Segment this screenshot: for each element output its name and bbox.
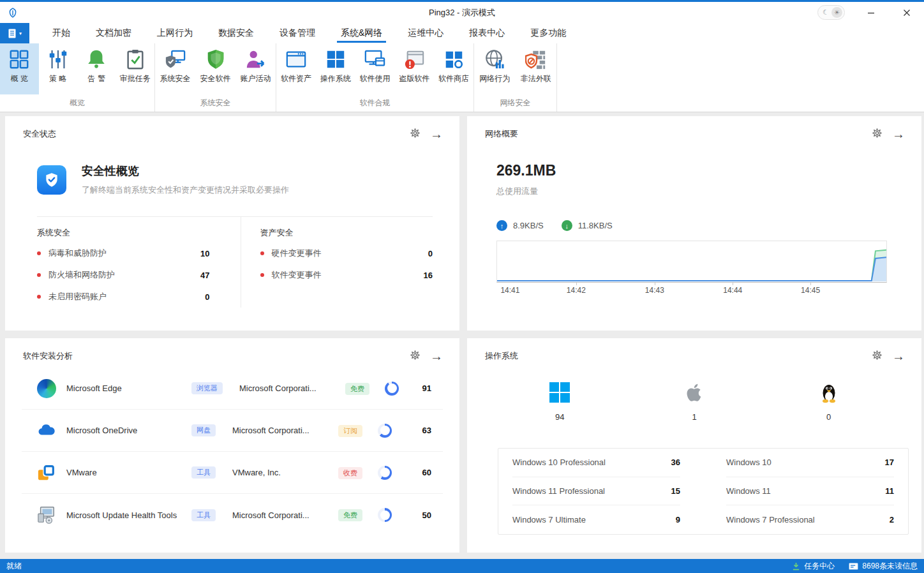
windows-logo-icon <box>325 48 346 70</box>
os-summary-linux: 0 <box>761 382 896 422</box>
stat-virus-threat: 病毒和威胁防护10 <box>37 242 210 264</box>
file-menu-button[interactable]: ▾ <box>0 23 29 43</box>
software-row-onedrive[interactable]: Microsoft OneDrive 网盘 Microsoft Corporat… <box>22 410 443 452</box>
upload-arrow-icon: ↑ <box>496 220 507 231</box>
menu-tab-row: ▾ 开始 文档加密 上网行为 数据安全 设备管理 系统&网络 运维中心 报表中心… <box>0 23 924 43</box>
stat-software-change: 软件变更事件16 <box>260 264 433 286</box>
x-tick-label: 14:45 <box>801 286 820 295</box>
theme-toggle[interactable]: ☾ ☀ <box>817 5 845 20</box>
account-activity-icon <box>245 48 267 70</box>
os-version-table: Windows 10 Professional36 Windows 1017 W… <box>498 448 909 535</box>
linux-os-icon <box>818 382 840 403</box>
stat-hardware-change: 硬件变更事件0 <box>260 242 433 264</box>
os-count: 94 <box>555 412 564 422</box>
ribbon-group-label-network-security: 网络安全 <box>474 94 556 111</box>
vmware-icon <box>37 463 56 482</box>
tab-more-features[interactable]: 更多功能 <box>518 23 579 43</box>
arrow-right-icon[interactable]: → <box>430 350 443 362</box>
document-icon <box>8 28 17 39</box>
gear-icon[interactable] <box>410 350 420 362</box>
edge-icon <box>37 379 56 398</box>
tab-data-security[interactable]: 数据安全 <box>205 23 267 43</box>
ribbon-item-overview[interactable]: 概 览 <box>0 43 39 94</box>
ribbon-item-policy[interactable]: 策 略 <box>39 43 78 94</box>
ribbon-group-label-software-compliance: 软件合规 <box>276 94 473 111</box>
panel-security-status: 安全状态 → 安全性概览 了解终端当前系统安全性和资产变更情况并采取必要操作 系… <box>5 116 459 331</box>
tick-mark <box>810 283 811 285</box>
ribbon-group-software-compliance: 软件资产 操作系统 软件使用 盗版软件 软件商店 软件合规 <box>276 43 474 112</box>
install-progress-ring <box>385 382 399 396</box>
tick-mark <box>655 283 655 285</box>
tick-mark <box>733 283 733 285</box>
red-dot-icon <box>37 295 41 299</box>
install-progress-ring <box>378 424 392 438</box>
security-software-shield-icon <box>205 48 227 70</box>
ribbon-item-alert[interactable]: 告 警 <box>77 43 116 94</box>
panel-operating-system: 操作系统 → 94 1 0 Windows 10 Professional36 … <box>467 338 921 553</box>
ribbon-item-software-store[interactable]: 软件商店 <box>434 43 473 94</box>
ribbon-item-software-asset[interactable]: 软件资产 <box>276 43 316 94</box>
red-dot-icon <box>260 251 264 255</box>
minimize-button[interactable] <box>861 4 881 21</box>
software-row-vmware[interactable]: VMware 工具 VMware, Inc. 收费 60 <box>22 452 443 494</box>
os-count: 1 <box>692 412 696 422</box>
software-row-edge[interactable]: Microsoft Edge 浏览器 Microsoft Corporati..… <box>22 368 443 410</box>
os-summary-windows: 94 <box>493 382 627 422</box>
unread-messages-button[interactable]: 8698条未读信息 <box>849 561 918 572</box>
ribbon-item-pirated-software[interactable]: 盗版软件 <box>394 43 434 94</box>
arrow-right-icon[interactable]: → <box>892 128 905 140</box>
tab-doc-encryption[interactable]: 文档加密 <box>83 23 144 43</box>
tab-web-behavior[interactable]: 上网行为 <box>144 23 205 43</box>
table-row: Windows 10 Professional36 <box>512 449 680 477</box>
titlebar: Ping32 - 演示模式 ☾ ☀ <box>0 0 924 23</box>
tab-ops-center[interactable]: 运维中心 <box>395 23 456 43</box>
window-title: Ping32 - 演示模式 <box>0 7 924 19</box>
arrow-right-icon[interactable]: → <box>892 350 905 362</box>
ribbon-item-software-usage[interactable]: 软件使用 <box>355 43 395 94</box>
gear-icon[interactable] <box>872 350 882 362</box>
ribbon-item-operating-system[interactable]: 操作系统 <box>316 43 355 94</box>
red-dot-icon <box>260 273 264 277</box>
category-tag: 浏览器 <box>191 382 223 394</box>
total-traffic-label: 总使用流量 <box>496 186 921 197</box>
x-tick-label: 14:44 <box>723 286 742 295</box>
ribbon-item-illegal-connection[interactable]: 非法外联 <box>516 43 557 94</box>
approval-clipboard-icon <box>124 48 146 70</box>
table-row: Windows 7 Professional2 <box>726 505 894 534</box>
gear-icon[interactable] <box>872 128 882 140</box>
ribbon-group-system-security: 系统安全 安全软件 账户活动 系统安全 <box>155 43 276 112</box>
software-asset-window-icon <box>285 48 307 70</box>
total-traffic-value: 269.1MB <box>496 162 921 179</box>
close-button[interactable] <box>897 4 916 21</box>
tab-device-mgmt[interactable]: 设备管理 <box>267 23 328 43</box>
x-tick-label: 14:42 <box>567 286 586 295</box>
tab-start[interactable]: 开始 <box>40 23 83 43</box>
ribbon-item-network-behavior[interactable]: 网络行为 <box>474 43 516 94</box>
x-tick-label: 14:41 <box>500 286 519 295</box>
install-count: 60 <box>422 468 436 477</box>
ribbon-item-security-software[interactable]: 安全软件 <box>195 43 235 94</box>
ribbon-item-system-security[interactable]: 系统安全 <box>155 43 195 94</box>
upload-speed: 8.9KB/S <box>513 221 544 230</box>
gear-icon[interactable] <box>410 128 420 140</box>
download-speed: 11.8KB/S <box>578 221 613 230</box>
section-title-system-security: 系统安全 <box>37 227 210 239</box>
red-dot-icon <box>37 273 41 277</box>
panel-title: 安全状态 <box>23 128 56 140</box>
download-tray-icon <box>792 562 800 570</box>
software-row-update-health-tools[interactable]: Microsoft Update Health Tools 工具 Microso… <box>22 494 443 536</box>
panel-network-summary: 网络概要 → 269.1MB 总使用流量 ↑ 8.9KB/S ↓ 11.8KB/… <box>467 116 921 331</box>
sun-icon: ☀ <box>831 7 842 18</box>
install-count: 91 <box>422 383 436 393</box>
task-center-button[interactable]: 任务中心 <box>792 561 835 572</box>
traffic-chart-x-axis: 14:41 14:42 14:43 14:44 14:45 <box>496 284 887 295</box>
download-arrow-icon: ↓ <box>562 220 572 231</box>
tab-system-network[interactable]: 系统&网络 <box>328 23 395 43</box>
ribbon-item-account-activity[interactable]: 账户活动 <box>235 43 276 94</box>
install-progress-ring <box>378 508 392 522</box>
ribbon-item-approval-tasks[interactable]: 审批任务 <box>116 43 155 94</box>
category-tag: 工具 <box>191 466 216 479</box>
arrow-right-icon[interactable]: → <box>430 128 443 140</box>
os-count: 0 <box>826 412 831 422</box>
tab-report-center[interactable]: 报表中心 <box>456 23 518 43</box>
